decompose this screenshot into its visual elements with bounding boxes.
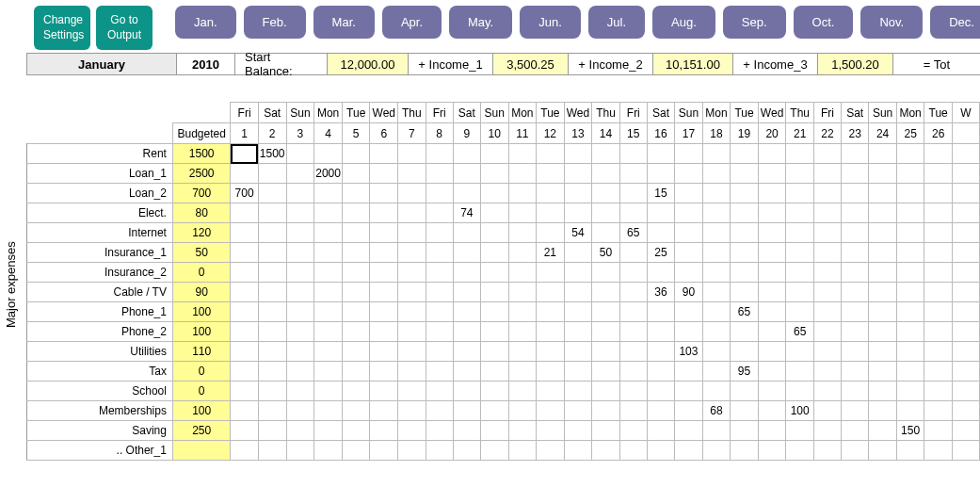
day-cell[interactable]: 15 [647,184,674,203]
day-cell[interactable] [398,401,426,421]
day-cell[interactable] [342,362,369,381]
day-cell[interactable] [592,144,619,164]
day-cell[interactable] [675,441,703,461]
day-cell[interactable] [619,184,647,203]
day-cell[interactable] [869,441,897,461]
day-cell[interactable] [370,144,398,164]
day-cell[interactable] [342,164,369,184]
budget-cell[interactable]: 50 [172,243,230,263]
day-cell[interactable] [398,144,426,164]
day-cell[interactable] [258,203,286,223]
budget-cell[interactable]: 0 [172,362,230,381]
day-cell[interactable] [398,342,426,362]
day-cell[interactable] [342,381,369,401]
day-cell[interactable] [508,342,537,362]
day-cell[interactable] [924,401,952,421]
day-cell[interactable]: 150 [896,421,924,441]
day-cell[interactable] [453,381,480,401]
day-cell[interactable] [480,144,508,164]
budget-cell[interactable]: 120 [172,223,230,243]
day-cell[interactable] [675,203,703,223]
day-cell[interactable] [537,223,564,243]
day-cell[interactable] [619,342,647,362]
day-cell[interactable]: 65 [786,322,813,342]
day-cell[interactable] [952,243,979,263]
day-cell[interactable] [592,302,619,322]
day-cell[interactable] [508,203,537,223]
day-cell[interactable] [731,164,758,184]
day-cell[interactable] [758,401,786,421]
day-cell[interactable] [426,381,453,401]
day-cell[interactable] [480,342,508,362]
day-cell[interactable] [453,164,480,184]
budget-cell[interactable] [172,441,230,461]
day-cell[interactable] [453,421,480,441]
day-cell[interactable] [841,184,868,203]
day-cell[interactable] [841,322,868,342]
day-cell[interactable] [786,144,813,164]
day-cell[interactable] [619,243,647,263]
day-cell[interactable] [924,441,952,461]
day-cell[interactable] [258,342,286,362]
day-cell[interactable] [537,401,564,421]
day-cell[interactable] [924,223,952,243]
day-cell[interactable] [508,283,537,302]
day-cell[interactable] [647,322,674,342]
day-cell[interactable] [537,302,564,322]
day-cell[interactable] [924,243,952,263]
day-cell[interactable] [286,441,314,461]
day-cell[interactable] [758,322,786,342]
day-cell[interactable] [952,203,979,223]
change-settings-button[interactable]: ChangeSettings [34,6,90,50]
month-button-apr[interactable]: Apr. [382,6,442,39]
day-cell[interactable] [786,184,813,203]
day-cell[interactable] [564,401,592,421]
day-cell[interactable] [731,322,758,342]
day-cell[interactable] [841,421,868,441]
day-cell[interactable]: 74 [453,203,480,223]
day-cell[interactable] [314,441,343,461]
day-cell[interactable] [675,184,703,203]
day-cell[interactable] [731,203,758,223]
day-cell[interactable] [924,381,952,401]
day-cell[interactable] [619,203,647,223]
day-cell[interactable] [286,302,314,322]
day-cell[interactable] [453,401,480,421]
day-cell[interactable] [508,164,537,184]
day-cell[interactable] [342,263,369,283]
day-cell[interactable] [647,401,674,421]
month-button-dec[interactable]: Dec. [930,6,980,39]
day-cell[interactable] [619,362,647,381]
day-cell[interactable] [731,184,758,203]
day-cell[interactable] [869,381,897,401]
budget-cell[interactable]: 2500 [172,164,230,184]
day-cell[interactable] [592,223,619,243]
day-cell[interactable] [786,263,813,283]
day-cell[interactable] [702,421,731,441]
day-cell[interactable] [952,263,979,283]
budget-cell[interactable]: 0 [172,263,230,283]
day-cell[interactable] [426,322,453,342]
day-cell[interactable] [508,243,537,263]
budget-cell[interactable]: 1500 [172,144,230,164]
day-cell[interactable] [619,302,647,322]
day-cell[interactable] [675,302,703,322]
day-cell[interactable] [869,302,897,322]
day-cell[interactable] [370,381,398,401]
day-cell[interactable] [480,223,508,243]
day-cell[interactable] [702,283,731,302]
day-cell[interactable] [813,164,841,184]
day-cell[interactable] [370,243,398,263]
month-button-nov[interactable]: Nov. [860,6,923,39]
day-cell[interactable] [537,144,564,164]
day-cell[interactable] [841,302,868,322]
day-cell[interactable] [592,322,619,342]
day-cell[interactable] [896,164,924,184]
day-cell[interactable] [453,283,480,302]
day-cell[interactable] [508,302,537,322]
day-cell[interactable] [258,223,286,243]
day-cell[interactable] [592,381,619,401]
day-cell[interactable] [231,322,258,342]
day-cell[interactable] [869,203,897,223]
day-cell[interactable] [702,263,731,283]
